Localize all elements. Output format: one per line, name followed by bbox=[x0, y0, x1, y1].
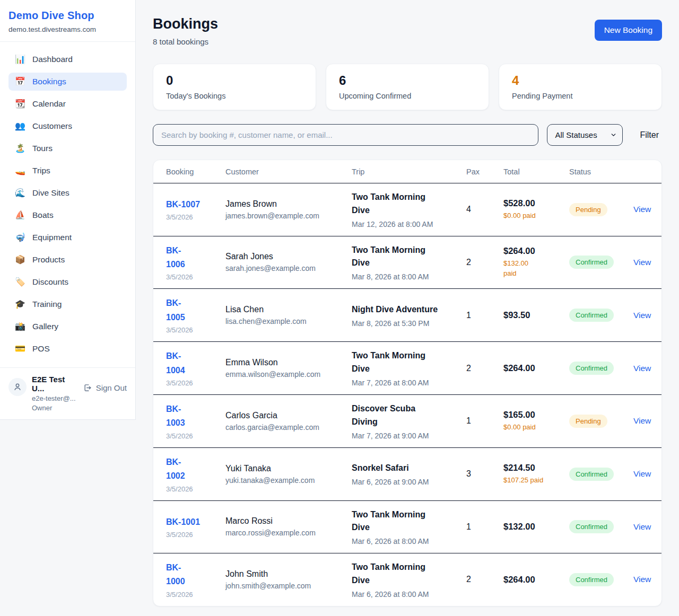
sidebar-item-label: Bookings bbox=[32, 77, 66, 86]
total-amount: $93.50 bbox=[503, 310, 554, 320]
total-amount: $528.00 bbox=[503, 198, 554, 208]
status-badge: Confirmed bbox=[569, 573, 614, 586]
booking-id-link[interactable]: BK- 1005 bbox=[166, 296, 185, 324]
booking-id-link[interactable]: BK- 1003 bbox=[166, 402, 185, 430]
new-booking-button[interactable]: New Booking bbox=[595, 20, 662, 41]
view-link[interactable]: View bbox=[633, 311, 651, 320]
trip-name: Two Tank Morning Dive bbox=[352, 244, 451, 270]
booking-row: BK- 1004 3/5/2026 Emma Wilson emma.wilso… bbox=[153, 342, 662, 395]
sidebar-item[interactable]: 🏷️ Discounts bbox=[8, 273, 127, 291]
trip-datetime: Mar 6, 2026 at 9:00 AM bbox=[352, 478, 451, 486]
booking-id-link[interactable]: BK- 1000 bbox=[166, 561, 185, 589]
calendar-icon: 📅 bbox=[15, 77, 25, 86]
sidebar-item[interactable]: 📸 Gallery bbox=[8, 318, 127, 336]
customer-name: Lisa Chen bbox=[225, 305, 337, 314]
customer-email: sarah.jones@example.com bbox=[225, 264, 337, 272]
sidebar-item[interactable]: 🏝️ Tours bbox=[8, 139, 127, 157]
booking-row: BK- 1006 3/5/2026 Sarah Jones sarah.jone… bbox=[153, 236, 662, 289]
view-link[interactable]: View bbox=[633, 416, 651, 425]
column-header-customer: Customer bbox=[213, 160, 339, 183]
customer-email: yuki.tanaka@example.com bbox=[225, 476, 337, 485]
sidebar-item[interactable]: ⛵ Boats bbox=[8, 206, 127, 224]
trip-name: Two Tank Morning Dive bbox=[352, 191, 451, 217]
stat-card: 4 Pending Payment bbox=[499, 64, 662, 110]
view-link[interactable]: View bbox=[633, 258, 651, 267]
customer-email: marco.rossi@example.com bbox=[225, 529, 337, 537]
sidebar: Demo Dive Shop demo.test.divestreams.com… bbox=[0, 0, 136, 420]
filter-row: All Statuses Filter bbox=[153, 124, 662, 146]
view-link[interactable]: View bbox=[633, 575, 651, 584]
sidebar-item[interactable]: 📆 Calendar bbox=[8, 95, 127, 113]
main-content: Bookings 8 total bookings New Booking 0 … bbox=[136, 0, 679, 606]
total-amount: $264.00 bbox=[503, 363, 554, 373]
booking-created-date: 3/5/2026 bbox=[166, 432, 211, 440]
sign-out-button[interactable]: Sign Out bbox=[83, 383, 127, 392]
booking-id-link[interactable]: BK- 1004 bbox=[166, 349, 185, 377]
stat-value: 4 bbox=[512, 73, 649, 88]
booking-id-link[interactable]: BK-1007 bbox=[166, 198, 200, 212]
paid-amount: $0.00 paid bbox=[503, 211, 554, 221]
sidebar-item[interactable]: 📅 Bookings bbox=[8, 73, 127, 91]
sidebar-item[interactable]: 🚤 Trips bbox=[8, 162, 127, 180]
trip-name: Two Tank Morning Dive bbox=[352, 508, 451, 535]
customer-name: Sarah Jones bbox=[225, 252, 337, 261]
pax-count: 3 bbox=[466, 469, 471, 478]
sidebar-item[interactable]: 🎓 Training bbox=[8, 295, 127, 313]
pax-count: 4 bbox=[466, 205, 471, 214]
status-badge: Pending bbox=[569, 203, 607, 216]
person-icon bbox=[13, 382, 22, 392]
view-link[interactable]: View bbox=[633, 522, 651, 531]
view-link[interactable]: View bbox=[633, 469, 651, 478]
people-icon: 👥 bbox=[15, 122, 25, 130]
sidebar-item[interactable]: 📊 Dashboard bbox=[8, 50, 127, 68]
paid-amount: $107.25 paid bbox=[503, 476, 554, 486]
pax-count: 2 bbox=[466, 364, 471, 373]
sailboat-icon: ⛵ bbox=[15, 211, 25, 219]
filter-button[interactable]: Filter bbox=[640, 130, 659, 140]
view-link[interactable]: View bbox=[633, 205, 651, 214]
sidebar-item[interactable]: 👥 Customers bbox=[8, 117, 127, 135]
customer-email: james.brown@example.com bbox=[225, 212, 337, 220]
user-email: e2e-tester@... bbox=[32, 394, 78, 402]
sidebar-item-label: Trips bbox=[32, 166, 50, 175]
column-header-total: Total bbox=[491, 160, 556, 183]
view-link[interactable]: View bbox=[633, 364, 651, 373]
diving-mask-icon: 🤿 bbox=[15, 233, 25, 242]
trip-datetime: Mar 6, 2026 at 8:00 AM bbox=[352, 590, 451, 599]
sidebar-item-label: Discounts bbox=[32, 277, 68, 287]
sidebar-item[interactable]: 💳 POS bbox=[8, 340, 127, 358]
column-header-booking: Booking bbox=[153, 160, 213, 183]
sidebar-item-label: POS bbox=[32, 344, 50, 354]
shop-name: Demo Dive Shop bbox=[8, 10, 127, 22]
booking-id-link[interactable]: BK- 1002 bbox=[166, 455, 185, 483]
pax-count: 1 bbox=[466, 416, 471, 425]
status-badge: Confirmed bbox=[569, 520, 614, 533]
search-input[interactable] bbox=[153, 124, 538, 146]
status-select[interactable]: All Statuses bbox=[547, 124, 623, 146]
trip-datetime: Mar 12, 2026 at 8:00 AM bbox=[352, 220, 451, 228]
sidebar-item[interactable]: 🌊 Dive Sites bbox=[8, 184, 127, 202]
sidebar-item-label: Equipment bbox=[32, 233, 72, 242]
sidebar-item[interactable]: 🤿 Equipment bbox=[8, 228, 127, 247]
speedboat-icon: 🚤 bbox=[15, 166, 25, 175]
customer-email: emma.wilson@example.com bbox=[225, 370, 337, 379]
status-badge: Confirmed bbox=[569, 468, 614, 481]
paid-amount: $0.00 paid bbox=[503, 423, 554, 433]
customer-name: Emma Wilson bbox=[225, 358, 337, 367]
page-header: Bookings 8 total bookings New Booking bbox=[153, 16, 662, 46]
customer-name: John Smith bbox=[225, 569, 337, 579]
tear-off-calendar-icon: 📆 bbox=[15, 100, 25, 108]
credit-card-icon: 💳 bbox=[15, 345, 25, 353]
stat-card: 6 Upcoming Confirmed bbox=[326, 64, 489, 110]
booking-created-date: 3/5/2026 bbox=[166, 591, 211, 599]
sidebar-item[interactable]: 📦 Products bbox=[8, 251, 127, 269]
bookings-table-card: Booking Customer Trip Pax Total Status B… bbox=[153, 160, 662, 606]
bookings-count: 8 total bookings bbox=[153, 37, 218, 46]
sidebar-item-label: Gallery bbox=[32, 322, 58, 331]
column-header-actions bbox=[621, 160, 662, 183]
sign-out-label: Sign Out bbox=[96, 383, 127, 392]
stat-label: Today's Bookings bbox=[166, 92, 303, 100]
booking-id-link[interactable]: BK- 1006 bbox=[166, 244, 185, 272]
sidebar-item-label: Training bbox=[32, 300, 62, 309]
booking-id-link[interactable]: BK-1001 bbox=[166, 515, 200, 529]
